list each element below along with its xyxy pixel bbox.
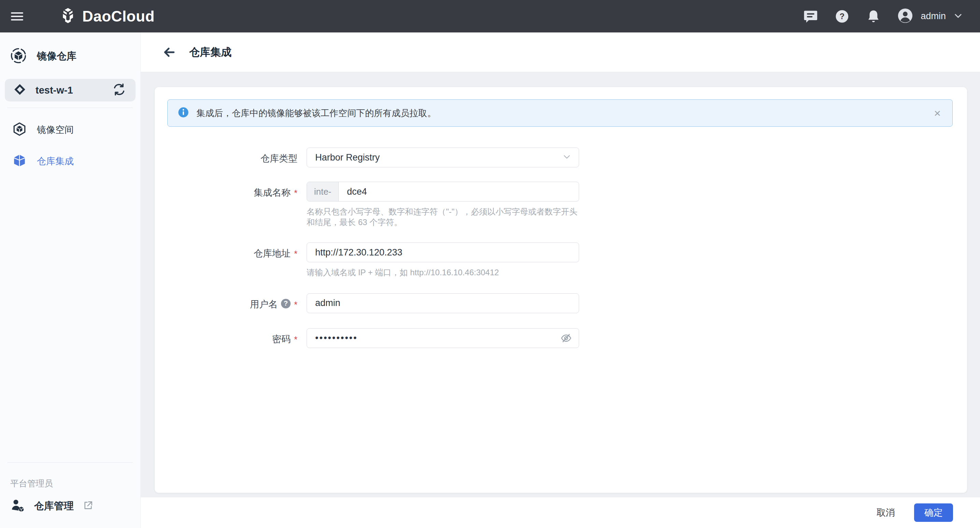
- external-link-icon: [83, 500, 94, 512]
- password-input[interactable]: [307, 329, 560, 348]
- sidebar-divider: [8, 463, 133, 463]
- workspace-name: test-w-1: [35, 85, 112, 96]
- banner-close-icon[interactable]: ×: [932, 107, 942, 119]
- cancel-button[interactable]: 取消: [877, 506, 895, 519]
- select-chevron-down-icon: [562, 152, 571, 162]
- repo-type-value: Harbor Registry: [307, 152, 562, 163]
- integration-name-row: 集成名称 * inte- 名称只包含小写字母、数字和连字符（"-"），必须以小写…: [167, 182, 953, 227]
- info-icon: [178, 107, 189, 119]
- switch-workspace-icon[interactable]: [112, 83, 126, 98]
- username-control: [307, 293, 579, 313]
- integration-form: 仓库类型 Harbor Registry: [167, 148, 953, 348]
- form-footer: 取消 确定: [141, 497, 980, 528]
- repo-address-row: 仓库地址 * 请输入域名或 IP + 端口，如 http://10.16.10.…: [167, 242, 953, 278]
- help-icon[interactable]: ?: [835, 9, 850, 24]
- form-card: 集成后，仓库中的镜像能够被该工作空间下的所有成员拉取。 × 仓库类型: [155, 87, 967, 493]
- password-control: [307, 328, 579, 348]
- daocloud-cube-icon: [59, 7, 77, 26]
- messages-icon[interactable]: [803, 9, 818, 24]
- repo-type-label: 仓库类型: [261, 152, 298, 165]
- sidebar-module-title: 镜像仓库: [37, 49, 76, 63]
- username-label: admin: [921, 11, 946, 22]
- integration-name-label-wrap: 集成名称 *: [167, 182, 298, 227]
- integration-name-label: 集成名称: [254, 186, 291, 199]
- image-space-icon: [12, 122, 27, 138]
- user-chevron-down-icon: [953, 11, 963, 22]
- username-help-icon[interactable]: ?: [281, 299, 291, 309]
- sidebar-divider: [8, 108, 133, 108]
- back-arrow-icon[interactable]: [162, 45, 177, 60]
- required-asterisk: *: [294, 333, 298, 345]
- username-label: 用户名: [250, 298, 278, 310]
- username-row: 用户名 ? *: [167, 293, 953, 313]
- content-area: 集成后，仓库中的镜像能够被该工作空间下的所有成员拉取。 × 仓库类型: [141, 72, 980, 497]
- required-asterisk: *: [294, 247, 298, 259]
- brand-logo: DaoCloud: [59, 7, 155, 26]
- sidebar: 镜像仓库 test-w-1: [0, 32, 141, 528]
- user-menu[interactable]: admin: [897, 8, 963, 25]
- sidebar-item-label: 镜像空间: [37, 124, 74, 136]
- workspace-icon: [13, 83, 27, 98]
- repo-address-label: 仓库地址: [254, 247, 291, 259]
- repo-address-label-wrap: 仓库地址 *: [167, 242, 298, 278]
- repo-address-control: [307, 242, 579, 262]
- avatar: [897, 8, 913, 25]
- username-input[interactable]: [307, 294, 579, 313]
- repo-type-label-wrap: 仓库类型: [167, 148, 298, 167]
- integration-name-helper: 名称只包含小写字母、数字和连字符（"-"），必须以小写字母或者数字开头和结尾，最…: [307, 206, 579, 227]
- password-row: 密码 *: [167, 328, 953, 348]
- sidebar-item-label: 仓库管理: [34, 499, 74, 513]
- repo-type-row: 仓库类型 Harbor Registry: [167, 148, 953, 167]
- page-header: 仓库集成: [141, 32, 980, 72]
- password-label-wrap: 密码 *: [167, 328, 298, 348]
- sidebar-module-header: 镜像仓库: [0, 46, 140, 67]
- svg-text:?: ?: [840, 11, 845, 21]
- repo-address-input[interactable]: [307, 243, 579, 262]
- workspace-selector[interactable]: test-w-1: [5, 79, 135, 102]
- sidebar-item-image-space[interactable]: 镜像空间: [0, 114, 140, 145]
- confirm-button[interactable]: 确定: [914, 503, 953, 522]
- main-area: 仓库集成 集成后，仓库中的镜像能够被该工作空间下的所有成员拉取。: [141, 32, 980, 528]
- top-nav: DaoCloud ?: [0, 0, 980, 32]
- admin-registry-icon: [10, 498, 25, 514]
- eye-off-icon[interactable]: [560, 332, 572, 344]
- integration-name-prefix: inte-: [307, 182, 339, 201]
- registry-integration-icon: [12, 153, 27, 169]
- page-title: 仓库集成: [189, 45, 232, 59]
- app-root: DaoCloud ?: [0, 0, 980, 528]
- repo-type-select[interactable]: Harbor Registry: [307, 148, 579, 167]
- brand-name: DaoCloud: [82, 8, 155, 25]
- repo-address-helper: 请输入域名或 IP + 端口，如 http://10.16.10.46:3041…: [307, 267, 579, 278]
- notifications-bell-icon[interactable]: [866, 9, 881, 24]
- required-asterisk: *: [294, 298, 298, 310]
- sidebar-item-label: 仓库集成: [37, 155, 74, 167]
- integration-name-input[interactable]: [339, 182, 579, 201]
- image-registry-icon: [10, 48, 27, 65]
- integration-name-control: inte-: [307, 182, 579, 202]
- required-asterisk: *: [294, 186, 298, 199]
- password-label: 密码: [272, 333, 291, 345]
- sidebar-item-registry-integration[interactable]: 仓库集成: [0, 145, 140, 177]
- banner-message: 集成后，仓库中的镜像能够被该工作空间下的所有成员拉取。: [196, 107, 925, 119]
- hamburger-menu-icon[interactable]: [11, 12, 23, 21]
- username-label-wrap: 用户名 ? *: [167, 293, 298, 313]
- role-label: 平台管理员: [0, 469, 140, 496]
- info-banner: 集成后，仓库中的镜像能够被该工作空间下的所有成员拉取。 ×: [167, 99, 953, 127]
- sidebar-item-registry-management[interactable]: 仓库管理: [0, 496, 140, 528]
